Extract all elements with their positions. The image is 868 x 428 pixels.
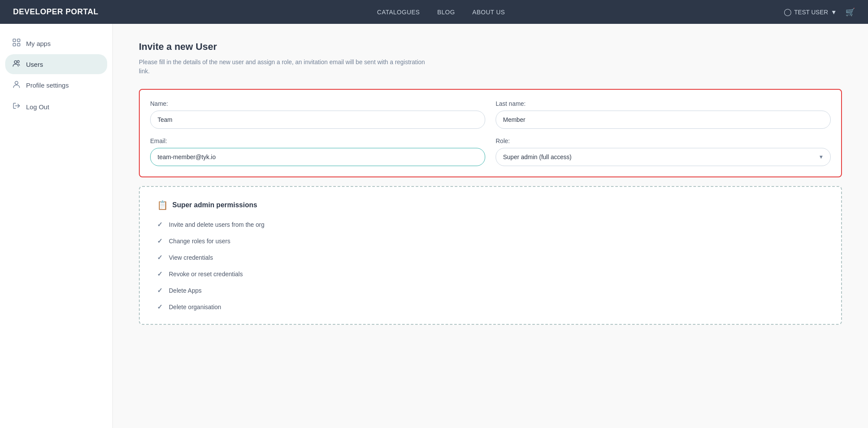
- sidebar-item-users[interactable]: Users: [5, 54, 107, 74]
- nav-catalogues[interactable]: CATALOGUES: [377, 9, 420, 16]
- nav-blog[interactable]: BLOG: [437, 9, 455, 16]
- form-group-name: Name:: [150, 100, 485, 129]
- profile-settings-label: Profile settings: [26, 82, 69, 89]
- email-label: Email:: [150, 137, 485, 144]
- form-section: Name: Last name: Email: Role:: [139, 89, 842, 177]
- email-input[interactable]: [150, 148, 485, 166]
- svg-point-6: [15, 82, 18, 85]
- role-select-wrapper: Super admin (full access) Admin Develope…: [496, 148, 831, 166]
- permission-text: Delete Apps: [169, 287, 202, 294]
- list-item: ✓ Revoke or reset credentials: [157, 270, 824, 278]
- svg-rect-0: [13, 39, 16, 42]
- svg-rect-3: [17, 43, 20, 46]
- header: DEVELOPER PORTAL CATALOGUES BLOG ABOUT U…: [0, 0, 868, 24]
- check-icon: ✓: [157, 287, 163, 294]
- user-menu[interactable]: ◯ TEST USER ▼: [784, 8, 837, 16]
- check-icon: ✓: [157, 221, 163, 229]
- permission-text: View credentials: [169, 254, 213, 261]
- profile-icon: [12, 80, 21, 90]
- svg-point-5: [17, 61, 20, 63]
- user-icon: ◯: [784, 8, 792, 16]
- role-label: Role:: [496, 137, 831, 144]
- sidebar-item-my-apps[interactable]: My apps: [0, 33, 112, 54]
- permission-text: Delete organisation: [169, 304, 221, 310]
- list-item: ✓ Delete Apps: [157, 287, 824, 294]
- permission-text: Revoke or reset credentials: [169, 271, 243, 278]
- form-group-last-name: Last name:: [496, 100, 831, 129]
- permissions-list: ✓ Invite and delete users from the org ✓…: [157, 221, 824, 311]
- page-subtitle: Please fill in the details of the new us…: [139, 58, 434, 76]
- list-item: ✓ View credentials: [157, 254, 824, 261]
- sidebar: My apps Users Profile settings: [0, 24, 113, 428]
- page-title: Invite a new User: [139, 41, 842, 52]
- role-select[interactable]: Super admin (full access) Admin Develope…: [496, 148, 831, 166]
- cart-icon[interactable]: 🛒: [845, 7, 855, 17]
- name-label: Name:: [150, 100, 485, 107]
- list-item: ✓ Delete organisation: [157, 303, 824, 311]
- list-item: ✓ Change roles for users: [157, 237, 824, 245]
- my-apps-label: My apps: [26, 40, 51, 47]
- users-label: Users: [26, 61, 43, 68]
- last-name-label: Last name:: [496, 100, 831, 107]
- permission-text: Change roles for users: [169, 238, 230, 245]
- permissions-title: 📋 Super admin permissions: [157, 200, 824, 210]
- layout: My apps Users Profile settings: [0, 24, 868, 428]
- user-chevron-icon: ▼: [831, 9, 837, 16]
- permissions-icon: 📋: [157, 200, 168, 210]
- list-item: ✓ Invite and delete users from the org: [157, 221, 824, 229]
- form-group-email: Email:: [150, 137, 485, 166]
- form-row-name: Name: Last name:: [150, 100, 831, 129]
- form-group-role: Role: Super admin (full access) Admin De…: [496, 137, 831, 166]
- svg-rect-1: [17, 39, 20, 42]
- users-icon: [12, 59, 21, 69]
- permissions-box: 📋 Super admin permissions ✓ Invite and d…: [139, 186, 842, 325]
- check-icon: ✓: [157, 237, 163, 245]
- permissions-title-text: Super admin permissions: [172, 201, 257, 209]
- log-out-label: Log Out: [26, 103, 49, 111]
- sidebar-item-log-out[interactable]: Log Out: [0, 96, 112, 118]
- svg-point-4: [14, 61, 17, 63]
- logout-icon: [12, 102, 21, 111]
- name-input[interactable]: [150, 111, 485, 129]
- check-icon: ✓: [157, 303, 163, 311]
- check-icon: ✓: [157, 270, 163, 278]
- nav-about-us[interactable]: ABOUT US: [472, 9, 505, 16]
- logo: DEVELOPER PORTAL: [13, 7, 99, 16]
- svg-rect-2: [13, 43, 16, 46]
- header-right: ◯ TEST USER ▼ 🛒: [784, 7, 855, 17]
- header-nav: CATALOGUES BLOG ABOUT US: [377, 9, 505, 16]
- sidebar-item-profile-settings[interactable]: Profile settings: [0, 74, 112, 96]
- permission-text: Invite and delete users from the org: [169, 221, 264, 228]
- check-icon: ✓: [157, 254, 163, 261]
- last-name-input[interactable]: [496, 111, 831, 129]
- main-content: Invite a new User Please fill in the det…: [113, 24, 868, 428]
- user-label: TEST USER: [794, 9, 828, 16]
- form-row-email-role: Email: Role: Super admin (full access) A…: [150, 137, 831, 166]
- apps-icon: [12, 39, 21, 48]
